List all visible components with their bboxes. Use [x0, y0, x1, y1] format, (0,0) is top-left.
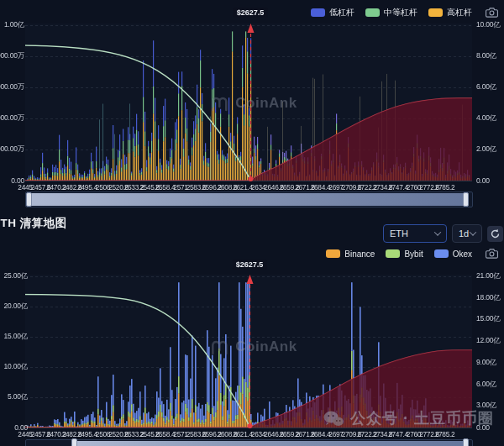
symbol-select-value: ETH	[390, 228, 408, 239]
brand-watermark-text: CoinAnk	[235, 338, 297, 355]
legend-swatch	[326, 249, 340, 258]
liquidation-map-page: 1.00亿8,000.00万6,000.00万4,000.00万2,000.00…	[0, 0, 504, 446]
interval-select-value: 1d	[459, 228, 469, 239]
datazoom-left-handle[interactable]	[71, 438, 77, 446]
legend-item-1[interactable]: 中等杠杆	[365, 7, 417, 18]
chevron-down-icon	[434, 228, 441, 235]
wechat-watermark: 公众号 · 土豆币币圈	[323, 408, 494, 428]
brand-watermark: CoinAnk	[210, 338, 297, 356]
legend-swatch	[311, 8, 325, 17]
refresh-icon	[490, 228, 501, 239]
price-marker-label-bottom: $2627.5	[233, 260, 267, 270]
legend-item-1[interactable]: Bybit	[386, 249, 423, 259]
chevron-down-icon	[470, 228, 476, 235]
legend-swatch	[386, 249, 400, 258]
refresh-button[interactable]	[487, 226, 503, 242]
wechat-watermark-text: 公众号 · 土豆币币圈	[350, 408, 494, 428]
legend-label: Binance	[344, 249, 375, 259]
datazoom-right-handle[interactable]	[463, 192, 469, 207]
legend-label: 低杠杆	[329, 7, 354, 18]
legend-leverage: 低杠杆中等杠杆高杠杆	[311, 7, 498, 18]
legend-label: Bybit	[404, 249, 423, 259]
coinank-logo-icon	[210, 94, 230, 113]
legend-swatch	[428, 8, 443, 17]
screenshot-button[interactable]	[486, 249, 498, 259]
camera-icon	[486, 249, 498, 259]
datazoom-slider-top[interactable]	[25, 192, 473, 207]
symbol-select[interactable]: ETH	[383, 224, 447, 243]
datazoom-left-handle[interactable]	[26, 192, 32, 207]
legend-item-2[interactable]: Okex	[434, 249, 472, 259]
wechat-icon	[323, 410, 344, 428]
datazoom-selected-range[interactable]	[75, 441, 465, 446]
datazoom-right-handle[interactable]	[463, 438, 469, 446]
price-marker-label-top: $2627.5	[234, 8, 268, 18]
legend-item-0[interactable]: 低杠杆	[311, 7, 354, 18]
page-title: ETH 清算地图	[0, 216, 67, 231]
legend-item-2[interactable]: 高杠杆	[428, 7, 472, 18]
legend-swatch	[434, 249, 449, 258]
legend-exchanges: BinanceBybitOkex	[326, 249, 498, 259]
datazoom-selected-range[interactable]	[29, 193, 465, 206]
camera-icon	[486, 8, 498, 18]
brand-watermark: CoinAnk	[210, 94, 297, 113]
legend-swatch	[365, 8, 380, 17]
screenshot-button[interactable]	[486, 8, 498, 18]
legend-label: 高杠杆	[447, 7, 472, 18]
coinank-logo-icon	[210, 338, 230, 356]
liquidation-charts-canvas[interactable]	[0, 0, 504, 446]
datazoom-slider-bottom[interactable]	[25, 439, 473, 446]
brand-watermark-text: CoinAnk	[235, 95, 297, 112]
interval-select[interactable]: 1d	[452, 224, 482, 243]
legend-item-0[interactable]: Binance	[326, 249, 375, 259]
legend-label: 中等杠杆	[384, 7, 417, 18]
legend-label: Okex	[453, 249, 472, 259]
